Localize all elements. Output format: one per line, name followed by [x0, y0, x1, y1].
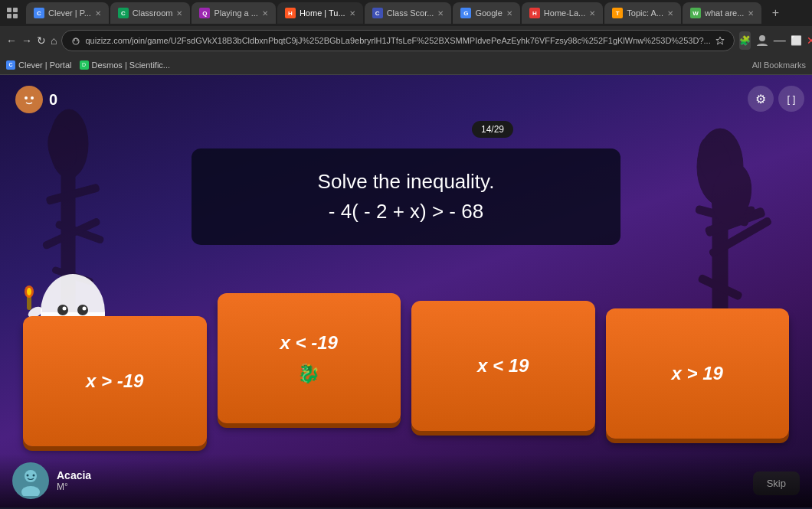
svg-point-25	[31, 96, 34, 100]
tab-label-class-score: Class Scor...	[387, 8, 434, 18]
tab-label-playing: Playing a ...	[214, 8, 257, 18]
minimize-icon: —	[774, 34, 786, 47]
forward-button[interactable]: →	[21, 31, 32, 50]
address-bar[interactable]: quizizz.com/join/game/U2FsdGVkX18B3bCldb…	[61, 30, 734, 51]
tab-label-classroom: Classroom	[133, 8, 173, 18]
lock-icon	[71, 36, 80, 45]
back-button[interactable]: ←	[6, 31, 17, 50]
tab-label-home: Home | Tu...	[300, 8, 345, 18]
answer-text-b: x < -19	[280, 332, 338, 354]
tab-close-clever[interactable]: ✕	[95, 9, 101, 18]
tab-favicon-google: G	[460, 8, 471, 18]
counter-wrapper: 14/29	[192, 121, 620, 144]
svg-point-4	[73, 38, 79, 44]
tab-favicon-clever: C	[34, 8, 44, 18]
score-display: 0	[15, 86, 57, 113]
all-bookmarks-link[interactable]: All Bookmarks	[752, 60, 806, 70]
answer-text-a: x > -19	[86, 370, 143, 392]
tab-close-what[interactable]: ✕	[748, 9, 754, 18]
player-avatar-svg	[15, 465, 46, 496]
svg-rect-0	[7, 8, 11, 12]
svg-rect-3	[13, 14, 18, 18]
extensions-button[interactable]: 🧩	[739, 31, 751, 50]
puzzle-icon: 🧩	[739, 35, 751, 46]
answers-grid: x > -19 x < -19 🐉 x < 19 x > 19	[23, 293, 789, 446]
answer-card-d[interactable]: x > 19	[606, 308, 790, 439]
forward-arrow-icon: →	[21, 34, 32, 47]
question-counter: 14/29	[472, 121, 513, 138]
bookmark-clever[interactable]: C Clever | Portal	[6, 60, 72, 70]
close-window-button[interactable]: ✕	[807, 31, 812, 50]
question-container: 14/29 Solve the inequality. - 4( - 2 + x…	[192, 121, 620, 245]
tab-close-home-la[interactable]: ✕	[589, 9, 595, 18]
bookmark-desmos[interactable]: D Desmos | Scientific...	[80, 60, 171, 70]
tab-classroom[interactable]: C Classroom ✕	[110, 2, 191, 24]
tab-close-playing[interactable]: ✕	[262, 9, 268, 18]
tab-favicon-home: H	[285, 8, 296, 18]
refresh-button[interactable]: ↻	[37, 31, 46, 50]
svg-rect-1	[13, 8, 18, 12]
home-icon: ⌂	[51, 34, 57, 47]
answer-card-c[interactable]: x < 19	[411, 301, 595, 431]
star-icon[interactable]	[715, 36, 725, 45]
new-tab-button[interactable]: +	[766, 4, 784, 22]
address-text: quizizz.com/join/game/U2FsdGVkX18B3bCldb…	[85, 36, 710, 45]
answer-text-d: x > 19	[672, 363, 723, 384]
tab-favicon-classroom: C	[118, 8, 129, 18]
tab-favicon-class-score: C	[372, 8, 383, 18]
svg-point-24	[25, 96, 28, 100]
bookmark-favicon-clever: C	[6, 60, 15, 70]
player-avatar	[12, 462, 49, 499]
monster-icon: 🐉	[297, 363, 320, 384]
player-details: Acacia M°	[57, 469, 91, 492]
tab-playing[interactable]: Q Playing a ... ✕	[192, 2, 275, 24]
tab-label-what: what are...	[705, 8, 744, 18]
close-window-icon: ✕	[807, 34, 812, 47]
bookmark-favicon-desmos: D	[80, 60, 89, 70]
tab-home-la[interactable]: H Home-La... ✕	[522, 2, 603, 24]
score-avatar	[15, 86, 43, 113]
svg-point-37	[25, 470, 37, 482]
tab-topic[interactable]: T Topic: A... ✕	[604, 2, 681, 24]
tab-favicon-what: W	[690, 8, 701, 18]
answer-card-b[interactable]: x < -19 🐉	[218, 293, 401, 423]
settings-button[interactable]: ⚙	[748, 86, 774, 112]
maximize-icon: ⬜	[791, 35, 802, 46]
profile-button[interactable]	[755, 31, 769, 50]
question-box: Solve the inequality. - 4( - 2 + x) > - …	[192, 148, 620, 245]
back-arrow-icon: ←	[6, 34, 17, 47]
score-ghost-icon	[18, 89, 40, 110]
tab-class-score[interactable]: C Class Scor... ✕	[365, 2, 452, 24]
profile-icon	[755, 34, 769, 47]
question-math: - 4( - 2 + x) > - 68	[222, 200, 590, 224]
tab-favicon-playing: Q	[199, 8, 210, 18]
maximize-button[interactable]: ⬜	[791, 31, 802, 50]
tab-home[interactable]: H Home | Tu... ✕	[277, 2, 363, 24]
question-title: Solve the inequality.	[222, 170, 590, 194]
tab-close-classroom[interactable]: ✕	[176, 9, 182, 18]
tab-close-class-score[interactable]: ✕	[437, 9, 444, 18]
expand-icon: [ ]	[787, 93, 796, 105]
home-nav-button[interactable]: ⌂	[51, 31, 57, 50]
refresh-icon: ↻	[37, 34, 46, 47]
player-score-suffix: M°	[57, 481, 91, 492]
minimize-button[interactable]: —	[774, 31, 786, 50]
tab-close-topic[interactable]: ✕	[667, 9, 673, 18]
expand-button[interactable]: [ ]	[778, 86, 804, 112]
tab-google[interactable]: G Google ✕	[453, 2, 519, 24]
svg-rect-2	[7, 14, 11, 18]
answer-card-a[interactable]: x > -19	[23, 316, 207, 446]
tab-close-google[interactable]: ✕	[506, 9, 512, 18]
gear-icon: ⚙	[755, 92, 766, 106]
tab-grid-icon[interactable]	[3, 4, 21, 22]
tab-label-google: Google	[475, 8, 502, 18]
tab-what[interactable]: W what are... ✕	[683, 2, 761, 24]
answer-text-c: x < 19	[477, 355, 529, 377]
tab-label-clever: Clever | P...	[48, 8, 91, 18]
tab-clever[interactable]: C Clever | P... ✕	[26, 2, 109, 24]
svg-point-23	[19, 89, 39, 110]
game-area: 0 ⚙ [ ] 14/29 Solve the inequality. - 4(…	[0, 75, 812, 507]
tab-favicon-home-la: H	[529, 8, 540, 18]
tab-close-home[interactable]: ✕	[349, 9, 355, 18]
bookmark-label-desmos: Desmos | Scientific...	[92, 60, 171, 70]
